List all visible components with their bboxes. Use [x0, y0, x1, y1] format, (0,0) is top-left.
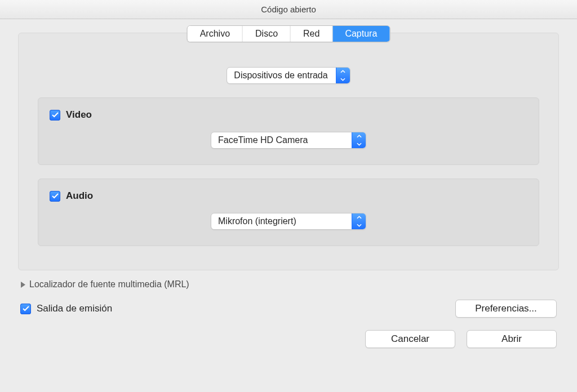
open-source-panel: Archivo Disco Red Captura Dispositivos d…	[18, 33, 559, 270]
tab-red[interactable]: Red	[291, 26, 332, 42]
open-button[interactable]: Abrir	[467, 330, 557, 348]
window-title: Código abierto	[261, 5, 316, 14]
video-checkbox[interactable]	[50, 110, 60, 121]
audio-checkbox[interactable]	[50, 191, 60, 202]
tab-archivo[interactable]: Archivo	[188, 26, 243, 42]
stream-output-checkbox[interactable]	[20, 304, 31, 314]
mrl-disclosure[interactable]: Localizador de fuente multimedia (MRL)	[0, 270, 577, 289]
preferences-button[interactable]: Preferencias...	[455, 300, 557, 318]
input-devices-select[interactable]: Dispositivos de entrada	[227, 67, 350, 84]
mrl-disclosure-label: Localizador de fuente multimedia (MRL)	[29, 279, 189, 289]
source-tabs: Archivo Disco Red Captura	[187, 25, 390, 42]
select-stepper-icon	[336, 68, 350, 83]
video-label: Video	[66, 109, 92, 121]
video-device-value: FaceTime HD Camera	[211, 132, 352, 148]
video-group: Video FaceTime HD Camera	[38, 97, 539, 165]
stream-output-label: Salida de emisión	[37, 303, 112, 314]
audio-label: Audio	[66, 190, 93, 202]
select-stepper-icon	[352, 213, 366, 229]
tab-disco[interactable]: Disco	[243, 26, 291, 42]
tab-captura[interactable]: Captura	[332, 26, 389, 42]
disclosure-triangle-icon	[20, 282, 26, 288]
audio-group: Audio Mikrofon (integriert)	[38, 179, 539, 246]
audio-device-select[interactable]: Mikrofon (integriert)	[211, 213, 366, 230]
input-devices-value: Dispositivos de entrada	[227, 68, 335, 83]
select-stepper-icon	[352, 132, 366, 148]
audio-device-value: Mikrofon (integriert)	[211, 213, 352, 229]
cancel-button[interactable]: Cancelar	[365, 330, 455, 348]
video-device-select[interactable]: FaceTime HD Camera	[211, 132, 366, 149]
